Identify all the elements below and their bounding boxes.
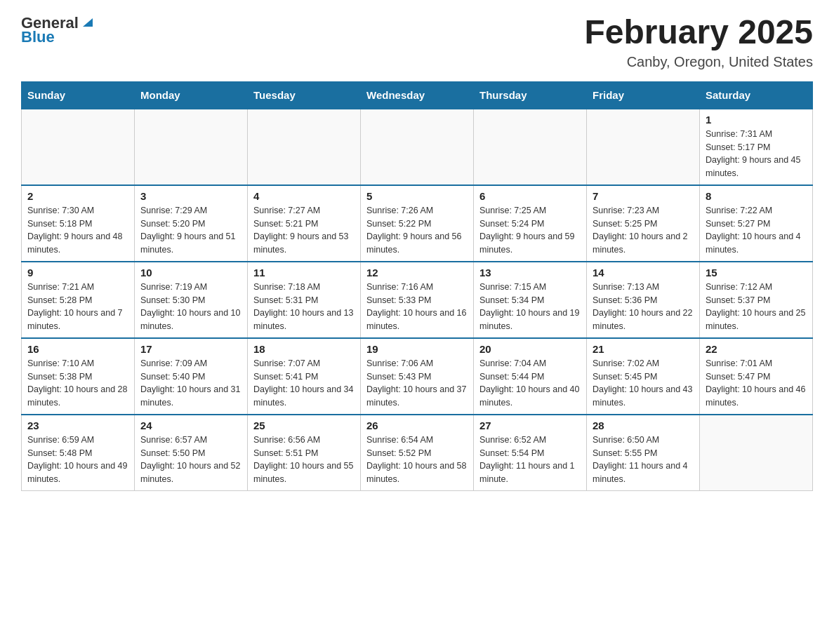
day-number: 21 bbox=[593, 343, 694, 355]
calendar-day-cell: 7Sunrise: 7:23 AMSunset: 5:25 PMDaylight… bbox=[587, 185, 700, 262]
day-info: Sunrise: 7:02 AMSunset: 5:45 PMDaylight:… bbox=[593, 357, 694, 410]
day-info: Sunrise: 7:01 AMSunset: 5:47 PMDaylight:… bbox=[706, 357, 807, 410]
calendar-day-cell: 9Sunrise: 7:21 AMSunset: 5:28 PMDaylight… bbox=[22, 262, 135, 338]
calendar-table: SundayMondayTuesdayWednesdayThursdayFrid… bbox=[21, 81, 813, 491]
day-info: Sunrise: 7:19 AMSunset: 5:30 PMDaylight:… bbox=[140, 281, 241, 333]
calendar-day-cell: 15Sunrise: 7:12 AMSunset: 5:37 PMDayligh… bbox=[700, 262, 813, 338]
day-info: Sunrise: 6:59 AMSunset: 5:48 PMDaylight:… bbox=[27, 434, 128, 486]
calendar-day-cell: 4Sunrise: 7:27 AMSunset: 5:21 PMDaylight… bbox=[248, 185, 361, 262]
calendar-day-cell: 5Sunrise: 7:26 AMSunset: 5:22 PMDaylight… bbox=[361, 185, 474, 262]
day-info: Sunrise: 6:50 AMSunset: 5:55 PMDaylight:… bbox=[593, 434, 694, 486]
day-info: Sunrise: 7:25 AMSunset: 5:24 PMDaylight:… bbox=[479, 204, 581, 257]
day-info: Sunrise: 7:10 AMSunset: 5:38 PMDaylight:… bbox=[27, 357, 128, 410]
calendar-day-cell: 23Sunrise: 6:59 AMSunset: 5:48 PMDayligh… bbox=[22, 415, 135, 491]
day-number: 20 bbox=[479, 343, 581, 355]
calendar-day-header: Friday bbox=[587, 81, 700, 109]
day-number: 12 bbox=[366, 267, 468, 279]
day-info: Sunrise: 7:29 AMSunset: 5:20 PMDaylight:… bbox=[140, 204, 241, 257]
day-info: Sunrise: 7:15 AMSunset: 5:34 PMDaylight:… bbox=[479, 281, 581, 333]
calendar-day-cell bbox=[135, 109, 248, 185]
day-info: Sunrise: 7:23 AMSunset: 5:25 PMDaylight:… bbox=[593, 204, 694, 257]
calendar-day-cell: 16Sunrise: 7:10 AMSunset: 5:38 PMDayligh… bbox=[22, 338, 135, 415]
calendar-day-cell: 21Sunrise: 7:02 AMSunset: 5:45 PMDayligh… bbox=[587, 338, 700, 415]
calendar-day-cell bbox=[361, 109, 474, 185]
calendar-day-header: Sunday bbox=[22, 81, 135, 109]
calendar-week-row: 1Sunrise: 7:31 AMSunset: 5:17 PMDaylight… bbox=[22, 109, 813, 185]
calendar-day-cell: 17Sunrise: 7:09 AMSunset: 5:40 PMDayligh… bbox=[135, 338, 248, 415]
day-number: 26 bbox=[366, 420, 468, 431]
calendar-day-cell: 25Sunrise: 6:56 AMSunset: 5:51 PMDayligh… bbox=[248, 415, 361, 491]
calendar-day-cell: 11Sunrise: 7:18 AMSunset: 5:31 PMDayligh… bbox=[248, 262, 361, 338]
calendar-header-row: SundayMondayTuesdayWednesdayThursdayFrid… bbox=[22, 81, 813, 109]
day-number: 27 bbox=[479, 420, 581, 431]
day-number: 24 bbox=[140, 420, 241, 431]
day-number: 28 bbox=[593, 420, 694, 431]
calendar-week-row: 2Sunrise: 7:30 AMSunset: 5:18 PMDaylight… bbox=[22, 185, 813, 262]
calendar-day-cell bbox=[587, 109, 700, 185]
day-info: Sunrise: 6:52 AMSunset: 5:54 PMDaylight:… bbox=[479, 434, 581, 486]
calendar-day-cell: 22Sunrise: 7:01 AMSunset: 5:47 PMDayligh… bbox=[700, 338, 813, 415]
day-info: Sunrise: 7:06 AMSunset: 5:43 PMDaylight:… bbox=[366, 357, 468, 410]
day-info: Sunrise: 7:12 AMSunset: 5:37 PMDaylight:… bbox=[706, 281, 807, 333]
calendar-day-cell: 28Sunrise: 6:50 AMSunset: 5:55 PMDayligh… bbox=[587, 415, 700, 491]
calendar-day-cell: 24Sunrise: 6:57 AMSunset: 5:50 PMDayligh… bbox=[135, 415, 248, 491]
calendar-day-cell bbox=[474, 109, 587, 185]
calendar-day-cell: 13Sunrise: 7:15 AMSunset: 5:34 PMDayligh… bbox=[474, 262, 587, 338]
calendar-day-cell: 3Sunrise: 7:29 AMSunset: 5:20 PMDaylight… bbox=[135, 185, 248, 262]
logo-triangle-icon bbox=[80, 14, 95, 29]
calendar-day-header: Tuesday bbox=[248, 81, 361, 109]
day-info: Sunrise: 6:56 AMSunset: 5:51 PMDaylight:… bbox=[253, 434, 355, 486]
calendar-day-cell: 18Sunrise: 7:07 AMSunset: 5:41 PMDayligh… bbox=[248, 338, 361, 415]
day-info: Sunrise: 7:16 AMSunset: 5:33 PMDaylight:… bbox=[366, 281, 468, 333]
day-number: 6 bbox=[479, 190, 581, 202]
day-info: Sunrise: 7:26 AMSunset: 5:22 PMDaylight:… bbox=[366, 204, 468, 257]
calendar-day-cell: 6Sunrise: 7:25 AMSunset: 5:24 PMDaylight… bbox=[474, 185, 587, 262]
day-number: 15 bbox=[706, 267, 807, 279]
calendar-day-cell: 26Sunrise: 6:54 AMSunset: 5:52 PMDayligh… bbox=[361, 415, 474, 491]
svg-marker-0 bbox=[83, 18, 93, 27]
day-number: 11 bbox=[253, 267, 355, 279]
day-info: Sunrise: 7:04 AMSunset: 5:44 PMDaylight:… bbox=[479, 357, 581, 410]
day-info: Sunrise: 7:13 AMSunset: 5:36 PMDaylight:… bbox=[593, 281, 694, 333]
calendar-day-cell: 1Sunrise: 7:31 AMSunset: 5:17 PMDaylight… bbox=[700, 109, 813, 185]
day-info: Sunrise: 6:57 AMSunset: 5:50 PMDaylight:… bbox=[140, 434, 241, 486]
title-block: February 2025 Canby, Oregon, United Stat… bbox=[584, 14, 813, 70]
day-number: 8 bbox=[706, 190, 807, 202]
day-info: Sunrise: 7:07 AMSunset: 5:41 PMDaylight:… bbox=[253, 357, 355, 410]
day-info: Sunrise: 7:30 AMSunset: 5:18 PMDaylight:… bbox=[27, 204, 128, 257]
day-number: 17 bbox=[140, 343, 241, 355]
day-info: Sunrise: 7:22 AMSunset: 5:27 PMDaylight:… bbox=[706, 204, 807, 257]
logo: General Blue bbox=[21, 14, 95, 46]
day-info: Sunrise: 7:21 AMSunset: 5:28 PMDaylight:… bbox=[27, 281, 128, 333]
day-number: 4 bbox=[253, 190, 355, 202]
logo-blue-text: Blue bbox=[21, 28, 55, 46]
day-number: 22 bbox=[706, 343, 807, 355]
day-info: Sunrise: 7:31 AMSunset: 5:17 PMDaylight:… bbox=[706, 128, 807, 180]
calendar-day-cell bbox=[248, 109, 361, 185]
day-number: 14 bbox=[593, 267, 694, 279]
day-number: 23 bbox=[27, 420, 128, 431]
calendar-day-cell: 12Sunrise: 7:16 AMSunset: 5:33 PMDayligh… bbox=[361, 262, 474, 338]
calendar-day-cell bbox=[22, 109, 135, 185]
calendar-day-header: Thursday bbox=[474, 81, 587, 109]
day-number: 5 bbox=[366, 190, 468, 202]
calendar-day-cell: 10Sunrise: 7:19 AMSunset: 5:30 PMDayligh… bbox=[135, 262, 248, 338]
calendar-day-header: Saturday bbox=[700, 81, 813, 109]
calendar-day-cell: 19Sunrise: 7:06 AMSunset: 5:43 PMDayligh… bbox=[361, 338, 474, 415]
day-info: Sunrise: 7:09 AMSunset: 5:40 PMDaylight:… bbox=[140, 357, 241, 410]
day-info: Sunrise: 6:54 AMSunset: 5:52 PMDaylight:… bbox=[366, 434, 468, 486]
page-title: February 2025 bbox=[584, 14, 813, 51]
calendar-week-row: 23Sunrise: 6:59 AMSunset: 5:48 PMDayligh… bbox=[22, 415, 813, 491]
calendar-day-cell: 20Sunrise: 7:04 AMSunset: 5:44 PMDayligh… bbox=[474, 338, 587, 415]
day-number: 18 bbox=[253, 343, 355, 355]
day-number: 1 bbox=[706, 114, 807, 126]
calendar-week-row: 9Sunrise: 7:21 AMSunset: 5:28 PMDaylight… bbox=[22, 262, 813, 338]
day-number: 7 bbox=[593, 190, 694, 202]
calendar-week-row: 16Sunrise: 7:10 AMSunset: 5:38 PMDayligh… bbox=[22, 338, 813, 415]
day-number: 3 bbox=[140, 190, 241, 202]
day-info: Sunrise: 7:27 AMSunset: 5:21 PMDaylight:… bbox=[253, 204, 355, 257]
calendar-day-cell: 14Sunrise: 7:13 AMSunset: 5:36 PMDayligh… bbox=[587, 262, 700, 338]
day-number: 13 bbox=[479, 267, 581, 279]
page-header: General Blue February 2025 Canby, Oregon… bbox=[21, 14, 813, 70]
day-number: 2 bbox=[27, 190, 128, 202]
